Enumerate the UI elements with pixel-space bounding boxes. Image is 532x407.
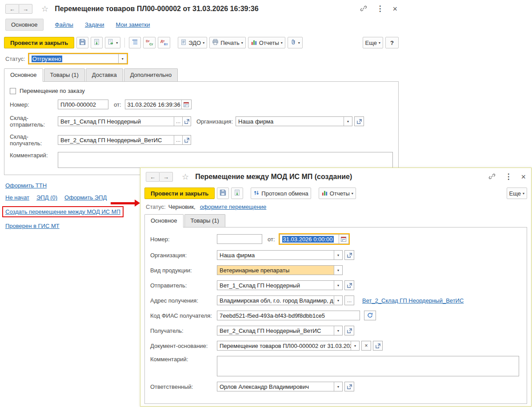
nav-tab-main[interactable]: Основное [5, 19, 44, 31]
dt-kt-postings-button[interactable]: ДтКт [158, 37, 170, 48]
create-based-on-button[interactable]: ▾ [105, 37, 120, 48]
base-document-open-icon[interactable] [373, 341, 383, 351]
favorite-star-icon[interactable]: ☆ [41, 4, 48, 14]
attached-files-button[interactable]: ▾ [288, 37, 303, 48]
transfer-by-order-checkbox[interactable] [10, 88, 16, 94]
tab-main[interactable]: Основное [144, 214, 184, 227]
get-link-icon[interactable] [360, 5, 367, 13]
dropdown-icon[interactable]: ▾ [334, 266, 342, 275]
dropdown-icon[interactable]: ▾ [334, 281, 342, 290]
base-document-input[interactable]: Перемещение товаров ПЛ00-000002 от 31.03… [217, 341, 351, 350]
address-warehouse-link[interactable]: Вет_2_Склад ГП Неордерный_ВетИС [362, 297, 464, 304]
edo-button[interactable]: ЭДО▾ [178, 37, 207, 48]
calendar-icon[interactable] [339, 235, 348, 243]
help-button[interactable]: ? [385, 37, 399, 48]
status-row: Статус: Отгружено ▾ [0, 52, 403, 68]
ellipsis-icon[interactable]: … [174, 117, 182, 126]
more-label: Еще [365, 40, 377, 46]
nav-tab-files[interactable]: Файлы [55, 21, 73, 28]
responsible-open-icon[interactable] [344, 382, 354, 391]
clear-icon[interactable]: × [361, 341, 371, 351]
tab-delivery[interactable]: Доставка [86, 68, 123, 81]
tab-goods[interactable]: Товары (1) [184, 214, 225, 227]
comment-input[interactable] [58, 152, 393, 168]
organization-open-icon[interactable] [354, 116, 364, 126]
post-document-button[interactable] [91, 37, 103, 48]
document-structure-button[interactable] [129, 37, 141, 48]
more-button[interactable]: Еще▾ [363, 37, 383, 48]
ellipsis-icon[interactable]: … [174, 136, 182, 144]
more-menu-icon[interactable]: ⋮ [504, 173, 512, 180]
number-label: Номер: [150, 236, 217, 243]
date-input[interactable]: 31.03.2026 0:00:00 [282, 236, 334, 243]
status-field[interactable]: Отгружено ▾ [28, 53, 128, 64]
number-input[interactable]: ПЛ00-000002 [58, 100, 108, 109]
link-gis-mt-check[interactable]: Проверен в ГИС МТ [5, 223, 60, 229]
organization-input[interactable]: Наша фирма [217, 251, 334, 259]
date-input[interactable]: 31.03.2026 16:39:36 [125, 100, 181, 109]
close-icon[interactable]: × [521, 173, 526, 180]
open-icon[interactable] [182, 117, 191, 126]
caret-down-icon: ▾ [241, 41, 243, 45]
exchange-protocol-button[interactable]: Протокол обмена [251, 188, 311, 199]
organization-input[interactable]: Наша фирма [236, 117, 344, 126]
organization-open-icon[interactable] [344, 250, 354, 260]
receiver-open-icon[interactable] [344, 326, 354, 335]
save-button[interactable] [217, 188, 229, 199]
comment-input[interactable] [217, 356, 519, 376]
more-button[interactable]: Еще▾ [507, 188, 527, 199]
get-link-icon[interactable] [488, 173, 496, 181]
tab-additional[interactable]: Дополнительно [124, 68, 178, 81]
caret-down-icon: ▾ [116, 41, 118, 45]
close-icon[interactable]: × [392, 5, 397, 12]
number-input[interactable] [217, 235, 262, 243]
link-create-mod-transfer[interactable]: Создать перемещение между МОД ИС МП [5, 208, 120, 215]
save-button[interactable] [76, 37, 88, 48]
link-create-ttn[interactable]: Оформить ТТН [5, 182, 47, 189]
tab-goods[interactable]: Товары (1) [44, 68, 85, 81]
refresh-fias-button[interactable] [364, 311, 376, 320]
product-kind-input[interactable]: Ветеринарные препараты [217, 266, 334, 275]
receiver-warehouse-input[interactable]: Вет_2_Склад ГП Неордерный_ВетИС [58, 136, 174, 144]
sender-warehouse-label: Склад-отправитель: [10, 115, 58, 128]
post-and-close-button[interactable]: Провести и закрыть [4, 37, 74, 48]
link-epd-status[interactable]: Не начат [5, 194, 29, 201]
address-input[interactable]: Владимирская обл, г.о. город Владимир, д… [217, 296, 334, 305]
link-epd[interactable]: ЭПД (0) [36, 194, 57, 201]
responsible-input[interactable]: Орлов Александр Владимирович [217, 382, 334, 391]
receiver-input[interactable]: Вет_2_Склад ГП Неордерный_ВетИС [217, 326, 334, 335]
status-dropdown-icon[interactable]: ▾ [118, 54, 127, 63]
back-button[interactable]: ← [146, 172, 160, 182]
dropdown-icon[interactable]: ▾ [334, 382, 342, 391]
more-menu-icon[interactable]: ⋮ [376, 5, 384, 12]
open-icon[interactable] [182, 136, 191, 144]
post-and-close-button[interactable]: Провести и закрыть [144, 188, 215, 199]
calendar-icon[interactable] [181, 100, 191, 109]
nav-tab-notes[interactable]: Мои заметки [116, 21, 150, 28]
print-button[interactable]: Печать▾ [209, 37, 246, 48]
back-button[interactable]: ← [5, 4, 19, 14]
dr-cr-postings-button[interactable]: DrCr [143, 37, 156, 48]
tab-main[interactable]: Основное [4, 68, 43, 81]
dropdown-icon[interactable]: ▾ [334, 251, 342, 259]
address-ellipsis-button[interactable]: … [344, 295, 354, 305]
reports-button[interactable]: Отчеты▾ [248, 37, 285, 48]
dropdown-icon[interactable]: ▾ [334, 326, 342, 335]
link-create-epd[interactable]: Оформить ЭПД [64, 194, 107, 201]
sender-open-icon[interactable] [344, 280, 354, 290]
dropdown-icon[interactable]: ▾ [344, 117, 352, 126]
sender-warehouse-input[interactable]: Вет_1_Склад ГП Неордерный [58, 117, 174, 126]
sender-input[interactable]: Вет_1_Склад ГП Неордерный [217, 281, 334, 290]
status-action-link[interactable]: оформите перемещение [200, 204, 267, 210]
forward-button[interactable]: → [159, 172, 173, 182]
dropdown-icon[interactable]: ▾ [351, 341, 359, 350]
favorite-star-icon[interactable]: ☆ [182, 172, 189, 182]
post-document-button[interactable] [231, 188, 243, 199]
reports-button[interactable]: Отчеты▾ [319, 188, 356, 199]
fias-input[interactable]: 7eebd521-f5ed-493a-bf43-bd9f8dbb1ce5 [217, 311, 360, 320]
nav-tab-tasks[interactable]: Задачи [85, 21, 104, 28]
main-form: Перемещение по заказу Номер: ПЛ00-000002… [4, 81, 399, 175]
window-mod-transfer-dialog: ← → ☆ Перемещение между МОД ИС МП (созда… [140, 168, 532, 407]
dropdown-icon[interactable]: ▾ [334, 296, 342, 305]
forward-button[interactable]: → [19, 4, 32, 14]
